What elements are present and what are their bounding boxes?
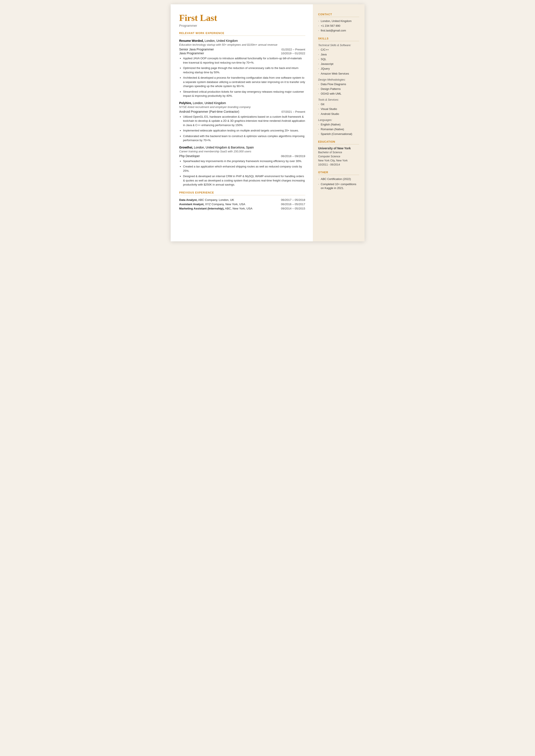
skill-java: Java <box>318 53 359 56</box>
skills-category-design: Design Methodologies: <box>318 78 359 81</box>
edu-degree: Bachelor of Science <box>318 151 342 154</box>
company-location-1: London, United Kingdom <box>205 39 238 42</box>
job-entry-3: Growthsi, London, United Kingdom & Barce… <box>179 146 305 187</box>
skill-vs: Visual Studio <box>318 107 359 111</box>
contact-item-phone: +1 234 567 890 <box>318 24 359 28</box>
skill-design-patterns: Design Patterns <box>318 87 359 91</box>
company-name-3: Growthsi, <box>179 146 193 149</box>
prev-exp-table: Data Analyst, ABC Company, London, UK 06… <box>179 198 305 210</box>
company-location-2: London, United Kingdom <box>193 101 226 105</box>
edu-dates: 10/2011 - 06/2014 <box>318 163 340 166</box>
skill-aws: Amazon Web Services <box>318 72 359 76</box>
bullets-1: Applied JAVA OOP concepts to introduce a… <box>183 56 305 98</box>
skill-cpp: C/C++ <box>318 48 359 52</box>
contact-item-email: first.last@gmail.com <box>318 29 359 33</box>
bullet-2-2: Implemented widescale application testin… <box>183 128 305 133</box>
education-header: EDUCATION <box>318 140 359 144</box>
bullet-1-2: Optimized the landing page through the r… <box>183 66 305 74</box>
bullet-3-1: Spearheaded key improvements in the prop… <box>183 159 305 163</box>
skill-sql: SQL <box>318 57 359 61</box>
prev-exp-dates-1: 06/2017 – 05/2018 <box>281 198 305 202</box>
company-name-1: Resume Worded, <box>179 39 204 42</box>
previous-experience-header: PREVIOUS EXPERIENCE <box>179 191 305 195</box>
contact-item-address: London, United Kingdom <box>318 19 359 23</box>
bullet-2-3: Collaborated with the backend team to co… <box>183 134 305 142</box>
job-entry-1: Resume Worded, London, United Kingdom Ed… <box>179 39 305 98</box>
skills-category-languages: Languages: <box>318 119 359 122</box>
edu-school: University of New York <box>318 147 359 150</box>
skills-category-tools: Tools & Services: <box>318 98 359 101</box>
company-desc-2: NYSE-listed recruitment and employer bra… <box>179 105 305 109</box>
other-header: OTHER <box>318 171 359 175</box>
edu-field: Computer Science <box>318 155 340 158</box>
prev-exp-left-3: Marketing Assistant (Internship), ABC, N… <box>179 207 279 210</box>
skill-english: English (Native) <box>318 123 359 126</box>
bullet-3-2: Created a tax application which enhanced… <box>183 164 305 173</box>
skills-header: SKILLS <box>318 37 359 41</box>
company-location-3: London, United Kingdom & Barcelona, Spai… <box>194 146 254 149</box>
contact-header: CONTACT <box>318 13 359 17</box>
company-line-1: Resume Worded, London, United Kingdom <box>179 39 305 43</box>
job-title-3a: Php Developer <box>179 154 200 158</box>
job-role-row-1a: Senior Java Programmer 01/2022 – Present <box>179 48 305 51</box>
job-role-row-1b: Java Programmer 10/2019 – 01/2022 <box>179 51 305 55</box>
skills-list-languages: English (Native) Romanian (Native) Spani… <box>318 123 359 136</box>
job-role-row-3a: Php Developer 06/2018 – 09/2019 <box>179 154 305 158</box>
skill-ooad: OOAD with UML <box>318 92 359 96</box>
edu-location: New York City, New York <box>318 159 348 162</box>
skill-javascript: Javascript <box>318 62 359 66</box>
prev-exp-row-1: Data Analyst, ABC Company, London, UK 06… <box>179 198 305 202</box>
skill-romanian: Romanian (Native) <box>318 127 359 131</box>
left-column: First Last Programmer RELEVANT WORK EXPE… <box>171 4 313 241</box>
prev-exp-row-2: Assistant Analyst, XYZ Company, New York… <box>179 203 305 206</box>
prev-exp-dates-2: 06/2016 – 05/2017 <box>281 203 305 206</box>
job-entry-2: Polyhire, London, United Kingdom NYSE-li… <box>179 101 305 142</box>
prev-exp-left-1: Data Analyst, ABC Company, London, UK <box>179 198 279 202</box>
bullets-2: Utilized OpenGL ES, hardware acceleratio… <box>183 115 305 142</box>
bullet-1-3: Architected & developed a process for tr… <box>183 76 305 88</box>
job-dates-3a: 06/2018 – 09/2019 <box>281 154 305 158</box>
skill-jquery: JQuery <box>318 67 359 71</box>
skills-list-tools: Git Visual Studio Android Studio <box>318 102 359 116</box>
skills-category-technical: Technical Skills & Software: <box>318 44 359 47</box>
skills-list-technical: C/C++ Java SQL Javascript JQuery Amazon … <box>318 48 359 76</box>
bullet-3-3: Designed & developed an internal CRM in … <box>183 174 305 187</box>
company-line-2: Polyhire, London, United Kingdom <box>179 101 305 105</box>
other-item-1: ABC Certification (2022) <box>318 177 359 181</box>
skill-dfd: Data Flow Diagrams <box>318 82 359 86</box>
company-name-2: Polyhire, <box>179 101 192 105</box>
job-role-row-2a: Android Programmer (Part-time Contractor… <box>179 110 305 113</box>
bullets-3: Spearheaded key improvements in the prop… <box>183 159 305 187</box>
prev-exp-dates-3: 09/2014 – 05/2015 <box>281 207 305 210</box>
bullet-1-4: Streamlined critical production tickets … <box>183 90 305 98</box>
job-title-1a: Senior Java Programmer <box>179 48 214 51</box>
bullet-1-1: Applied JAVA OOP concepts to introduce a… <box>183 56 305 65</box>
company-line-3: Growthsi, London, United Kingdom & Barce… <box>179 146 305 149</box>
company-desc-3: Career training and membership SaaS with… <box>179 150 305 153</box>
other-item-2: Completed 10+ competitions on Kaggle in … <box>318 182 359 190</box>
job-title-2a: Android Programmer (Part-time Contractor… <box>179 110 239 113</box>
prev-exp-left-2: Assistant Analyst, XYZ Company, New York… <box>179 203 279 206</box>
job-title-1b: Java Programmer <box>179 51 204 55</box>
candidate-title: Programmer <box>179 24 305 27</box>
skill-git: Git <box>318 102 359 106</box>
resume-container: First Last Programmer RELEVANT WORK EXPE… <box>171 4 365 241</box>
skills-list-design: Data Flow Diagrams Design Patterns OOAD … <box>318 82 359 96</box>
prev-exp-row-3: Marketing Assistant (Internship), ABC, N… <box>179 207 305 210</box>
company-desc-1: Education technology startup with 50+ em… <box>179 43 305 46</box>
job-dates-1a: 01/2022 – Present <box>281 48 305 51</box>
contact-list: London, United Kingdom +1 234 567 890 fi… <box>318 19 359 33</box>
job-dates-1b: 10/2019 – 01/2022 <box>281 52 305 55</box>
job-dates-2a: 07/2021 – Present <box>281 110 305 113</box>
relevant-work-header: RELEVANT WORK EXPERIENCE <box>179 32 305 36</box>
edu-details: Bachelor of Science Computer Science New… <box>318 151 359 167</box>
right-column: CONTACT London, United Kingdom +1 234 56… <box>313 4 365 241</box>
skill-android-studio: Android Studio <box>318 112 359 116</box>
candidate-name: First Last <box>179 13 305 23</box>
other-list: ABC Certification (2022) Completed 10+ c… <box>318 177 359 190</box>
bullet-2-1: Utilized OpenGL ES, hardware acceleratio… <box>183 115 305 127</box>
skill-spanish: Spanish (Conversational) <box>318 132 359 136</box>
